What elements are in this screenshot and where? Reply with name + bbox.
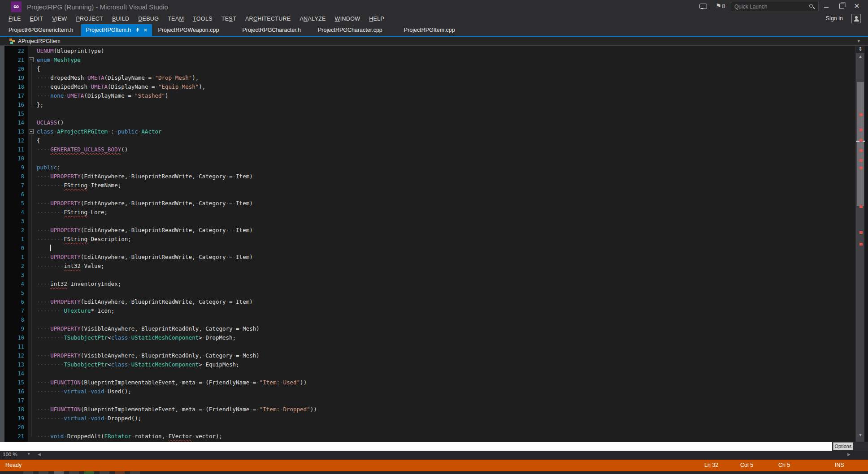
code-line[interactable]: 2········int32·Value;: [0, 262, 868, 271]
code-line[interactable]: 5: [0, 289, 868, 297]
menu-item-tools[interactable]: TOOLS: [188, 16, 217, 22]
code-line[interactable]: 16········virtual·void·Used();: [0, 387, 868, 396]
code-line[interactable]: 8: [0, 315, 868, 324]
code-line[interactable]: 12····UPROPERTY(VisibleAnywhere,·Bluepri…: [0, 351, 868, 360]
collapse-region-icon[interactable]: −: [29, 57, 34, 62]
code-line[interactable]: 17····none·UMETA(DisplayName·=·"Stashed"…: [0, 91, 868, 100]
line-number: 6: [0, 297, 28, 306]
minimize-button[interactable]: [820, 2, 833, 12]
user-avatar-icon[interactable]: [851, 14, 861, 23]
collapse-region-icon[interactable]: −: [29, 129, 34, 134]
code-line[interactable]: 19····dropedMesh·UMETA(DisplayName·=·"Dr…: [0, 73, 868, 82]
feedback-icon[interactable]: [699, 4, 707, 9]
code-line[interactable]: 11: [0, 342, 868, 351]
code-line[interactable]: 13−class·AProjectRPGItem·:·public·AActor: [0, 127, 868, 136]
line-number: 17: [0, 91, 28, 100]
scroll-down-icon[interactable]: ▼: [856, 433, 865, 437]
code-line[interactable]: 22UENUM(BlueprintType): [0, 47, 868, 56]
tab-projectrpgweapon.cpp[interactable]: ProjectRPGWeapon.cpp: [153, 24, 224, 36]
scope-dropdown[interactable]: AProjectRPGItem: [18, 38, 61, 44]
code-line[interactable]: 2····UPROPERTY(EditAnywhere,·BlueprintRe…: [0, 226, 868, 235]
split-handle-icon[interactable]: ⇕: [856, 46, 865, 53]
menu-item-edit[interactable]: EDIT: [26, 16, 48, 22]
close-tab-icon[interactable]: ×: [143, 27, 147, 33]
vertical-scrollbar-thumb[interactable]: [857, 82, 864, 206]
code-line[interactable]: 8····UPROPERTY(EditAnywhere,·BlueprintRe…: [0, 172, 868, 181]
menu-item-test[interactable]: TEST: [217, 16, 241, 22]
code-line[interactable]: 1········FString·Description;: [0, 235, 868, 244]
tab-projectrpgcharacter.cpp[interactable]: ProjectRPGCharacter.cpp: [313, 24, 387, 36]
line-number: 11: [0, 145, 28, 154]
tab-projectrpgitem.h[interactable]: ProjectRPGItem.h×: [81, 24, 152, 36]
taskbar-icon: [39, 471, 48, 474]
code-text: {: [37, 65, 868, 73]
code-line[interactable]: 5····UPROPERTY(EditAnywhere,·BlueprintRe…: [0, 199, 868, 208]
code-line[interactable]: 4····int32·InventoryIndex;: [0, 280, 868, 289]
menu-item-file[interactable]: FILE: [4, 16, 26, 22]
sign-in-link[interactable]: Sign in: [826, 15, 843, 22]
code-line[interactable]: 19········virtual·void·Dropped();: [0, 414, 868, 423]
code-line[interactable]: 14UCLASS(): [0, 118, 868, 127]
code-line[interactable]: 11····GENERATED_UCLASS_BODY(): [0, 145, 868, 154]
code-line[interactable]: 9····UPROPERTY(VisibleAnywhere,·Blueprin…: [0, 324, 868, 333]
status-line-number: Ln 32: [704, 462, 718, 468]
code-line[interactable]: 13········TSubobjectPtr<class·UStaticMes…: [0, 360, 868, 369]
options-button[interactable]: Options: [833, 442, 853, 450]
zoom-level-dropdown[interactable]: 100 %: [3, 452, 17, 457]
code-line[interactable]: 10········TSubobjectPtr<class·UStaticMes…: [0, 333, 868, 342]
code-line[interactable]: 10: [0, 154, 868, 163]
menu-item-analyze[interactable]: ANALYZE: [295, 16, 330, 22]
pin-icon[interactable]: [135, 27, 140, 33]
code-line[interactable]: 14: [0, 369, 868, 378]
code-line[interactable]: 7········FString·ItemName;: [0, 181, 868, 190]
menu-item-team[interactable]: TEAM: [163, 16, 188, 22]
restore-button[interactable]: [835, 2, 848, 12]
code-line[interactable]: 21−enum·MeshType: [0, 56, 868, 65]
code-line[interactable]: 20: [0, 423, 868, 432]
code-line[interactable]: 18····UFUNCTION(BlueprintImplementableEv…: [0, 405, 868, 414]
code-line[interactable]: 4········FString·Lore;: [0, 208, 868, 217]
code-line[interactable]: 6: [0, 190, 868, 199]
menu-item-project[interactable]: PROJECT: [71, 16, 107, 22]
outlining-margin: [28, 235, 37, 244]
close-button[interactable]: ✕: [850, 2, 864, 12]
code-line[interactable]: 16};: [0, 100, 868, 109]
code-line[interactable]: 21····void·DroppedAlt(FRotator·rotation,…: [0, 432, 868, 441]
menu-item-window[interactable]: WINDOW: [330, 16, 365, 22]
scroll-right-icon[interactable]: ▶: [847, 452, 851, 457]
menu-item-help[interactable]: HELP: [365, 16, 389, 22]
menu-item-architecture[interactable]: ARCHITECTURE: [241, 16, 295, 22]
scroll-up-icon[interactable]: ▲: [856, 54, 865, 59]
code-line[interactable]: 20{: [0, 65, 868, 73]
tab-projectrpgitem.cpp[interactable]: ProjectRPGItem.cpp: [399, 24, 460, 36]
code-line[interactable]: 15····UFUNCTION(BlueprintImplementableEv…: [0, 378, 868, 387]
code-text: [37, 154, 868, 163]
menu-item-debug[interactable]: DEBUG: [134, 16, 163, 22]
code-editor[interactable]: 22UENUM(BlueprintType)21−enum·MeshType20…: [0, 46, 868, 442]
menu-item-view[interactable]: VIEW: [48, 16, 71, 22]
code-line[interactable]: 0: [0, 244, 868, 253]
code-line[interactable]: 7········UTexture*·Icon;: [0, 306, 868, 315]
code-line[interactable]: 6····UPROPERTY(EditAnywhere,·BlueprintRe…: [0, 297, 868, 306]
vertical-scrollbar[interactable]: ⇕ ▲ ▼: [855, 46, 864, 442]
code-line[interactable]: 18····equipedMesh·UMETA(DisplayName·=·"E…: [0, 82, 868, 91]
zoom-chevron-down-icon[interactable]: ▾: [28, 452, 30, 456]
code-line[interactable]: 9public:: [0, 163, 868, 172]
code-line[interactable]: 17: [0, 396, 868, 405]
code-text: ····UPROPERTY(EditAnywhere,·BlueprintRea…: [37, 297, 868, 306]
scroll-left-icon[interactable]: ◀: [38, 452, 41, 457]
code-line[interactable]: 15: [0, 109, 868, 118]
quick-launch-input[interactable]: [731, 2, 819, 11]
code-line[interactable]: 12{: [0, 136, 868, 145]
notifications-flag-icon[interactable]: ⚑8: [716, 2, 725, 9]
code-line[interactable]: 3: [0, 217, 868, 226]
chevron-down-icon[interactable]: ▾: [857, 38, 860, 44]
tab-projectrpgcharacter.h[interactable]: ProjectRPGCharacter.h: [237, 24, 306, 36]
status-character-number: Ch 5: [778, 462, 790, 468]
code-line[interactable]: 3: [0, 271, 868, 280]
tab-projectrpggenericitem.h[interactable]: ProjectRPGGenericItem.h: [4, 24, 78, 36]
menu-item-build[interactable]: BUILD: [108, 16, 134, 22]
line-number: 10: [0, 333, 28, 342]
code-line[interactable]: 1····UPROPERTY(EditAnywhere,·BlueprintRe…: [0, 253, 868, 262]
horizontal-scrollbar-thumb[interactable]: [0, 442, 832, 451]
